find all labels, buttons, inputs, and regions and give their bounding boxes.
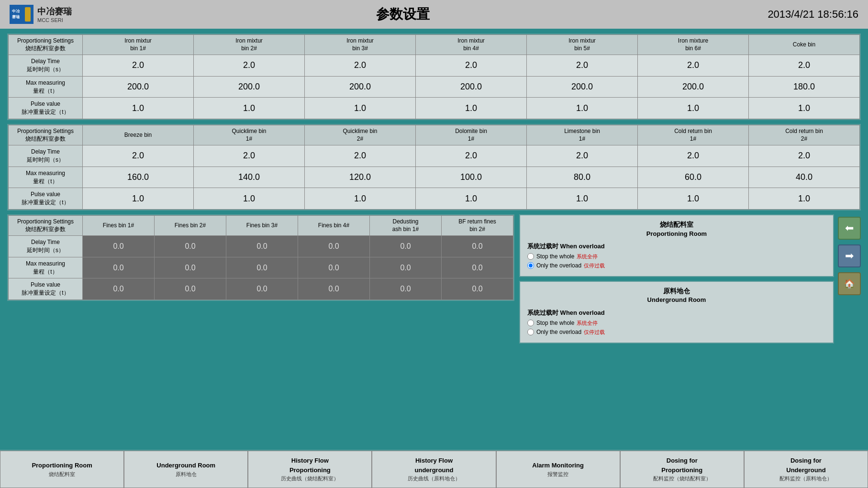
right-panels: 烧结配料室 Proportioning Room 系统过载时 When over… — [519, 214, 861, 344]
cell[interactable]: 0.0 — [298, 257, 370, 278]
cell[interactable]: 0.0 — [370, 236, 442, 257]
cell[interactable]: 0.0 — [83, 257, 155, 278]
table-row: Delay Time延时时间（s） 0.0 0.0 0.0 0.0 0.0 0.… — [9, 236, 513, 257]
cell[interactable]: 1.0 — [749, 188, 860, 210]
cell[interactable]: 0.0 — [226, 257, 298, 278]
cell[interactable]: 2.0 — [305, 145, 416, 167]
cell[interactable]: 1.0 — [638, 98, 749, 119]
cell[interactable]: 0.0 — [442, 236, 513, 257]
nav-history-proportioning[interactable]: History FlowProportioning 历史曲线（烧结配料室） — [248, 451, 372, 488]
only-overload-radio[interactable] — [527, 329, 534, 335]
cell[interactable]: 100.0 — [416, 166, 527, 188]
page-title: 参数设置 — [72, 5, 734, 23]
table2-col-0: Breeze bin — [83, 125, 194, 145]
cell[interactable]: 2.0 — [638, 55, 749, 77]
home-button[interactable]: 🏠 — [838, 272, 861, 295]
cell[interactable]: 1.0 — [416, 188, 527, 210]
nav-label-en: History Flowunderground — [415, 456, 454, 475]
nav-label-en: Dosing forUnderground — [786, 456, 825, 475]
cell[interactable]: 40.0 — [749, 166, 860, 188]
cell[interactable]: 1.0 — [527, 188, 638, 210]
table1-col-1: Iron mixturbin 2# — [194, 35, 305, 55]
cell[interactable]: 2.0 — [194, 55, 305, 77]
forward-button[interactable]: ➡ — [838, 244, 861, 267]
cell[interactable]: 2.0 — [749, 55, 860, 77]
cell[interactable]: 1.0 — [416, 98, 527, 119]
nav-label-cn: 烧结配料室 — [49, 470, 75, 478]
cell[interactable]: 1.0 — [194, 98, 305, 119]
only-overload-label-cn: 仅停过载 — [584, 329, 605, 336]
table1-col-0: Iron mixturbin 1# — [83, 35, 194, 55]
cell[interactable]: 1.0 — [83, 188, 194, 210]
cell[interactable]: 200.0 — [527, 76, 638, 98]
nav-history-underground[interactable]: History Flowunderground 历史曲线（原料地仓） — [372, 451, 496, 488]
cell[interactable]: 0.0 — [298, 236, 370, 257]
row-label: Pulse value脉冲重量设定（t） — [9, 278, 83, 300]
cell[interactable]: 0.0 — [298, 278, 370, 300]
cell[interactable]: 0.0 — [155, 278, 226, 300]
cell[interactable]: 180.0 — [749, 76, 860, 98]
nav-proportioning-room[interactable]: Proportioning Room 烧结配料室 — [0, 451, 124, 488]
cell[interactable]: 0.0 — [226, 236, 298, 257]
cell[interactable]: 0.0 — [83, 236, 155, 257]
cell[interactable]: 2.0 — [416, 145, 527, 167]
cell[interactable]: 0.0 — [226, 278, 298, 300]
nav-dosing-underground[interactable]: Dosing forUnderground 配料监控（原料地仓） — [744, 451, 868, 488]
table3-col-1: Fines bin 2# — [155, 215, 226, 235]
cell[interactable]: 2.0 — [527, 55, 638, 77]
cell[interactable]: 120.0 — [305, 166, 416, 188]
cell[interactable]: 0.0 — [155, 236, 226, 257]
cell[interactable]: 2.0 — [527, 145, 638, 167]
cell[interactable]: 2.0 — [83, 145, 194, 167]
cell[interactable]: 2.0 — [83, 55, 194, 77]
cell[interactable]: 200.0 — [194, 76, 305, 98]
table2-col-4: Limestone bin1# — [527, 125, 638, 145]
only-overload-radio[interactable] — [527, 262, 534, 269]
table2-header-label: Proportioning Settings烧结配料室参数 — [9, 125, 83, 145]
stop-whole-radio[interactable] — [527, 253, 534, 260]
cell[interactable]: 200.0 — [305, 76, 416, 98]
cell[interactable]: 1.0 — [527, 98, 638, 119]
logo-icon: 中冶 赛瑞 — [10, 5, 33, 24]
cell[interactable]: 2.0 — [749, 145, 860, 167]
cell[interactable]: 140.0 — [194, 166, 305, 188]
cell[interactable]: 1.0 — [83, 98, 194, 119]
table2-col-5: Cold return bin1# — [638, 125, 749, 145]
settings-panels: 烧结配料室 Proportioning Room 系统过载时 When over… — [519, 214, 834, 344]
cell[interactable]: 0.0 — [442, 278, 513, 300]
back-button[interactable]: ⬅ — [838, 217, 861, 240]
cell[interactable]: 1.0 — [305, 98, 416, 119]
cell[interactable]: 1.0 — [638, 188, 749, 210]
row-label: Max measuring量程（t） — [9, 257, 83, 278]
cell[interactable]: 2.0 — [638, 145, 749, 167]
cell[interactable]: 2.0 — [416, 55, 527, 77]
cell[interactable]: 80.0 — [527, 166, 638, 188]
nav-label-en: History FlowProportioning — [289, 456, 331, 475]
cell[interactable]: 1.0 — [194, 188, 305, 210]
cell[interactable]: 0.0 — [442, 257, 513, 278]
cell[interactable]: 200.0 — [83, 76, 194, 98]
panel-title-cn: 原料地仓 — [527, 287, 826, 296]
cell[interactable]: 60.0 — [638, 166, 749, 188]
panel-title-en: Underground Room — [527, 296, 826, 304]
nav-dosing-proportioning[interactable]: Dosing forProportioning 配料监控（烧结配料室） — [620, 451, 744, 488]
cell[interactable]: 200.0 — [638, 76, 749, 98]
stop-whole-label-en: Stop the whole — [536, 253, 574, 260]
cell[interactable]: 2.0 — [305, 55, 416, 77]
row-label: Delay Time延时时间（s） — [9, 236, 83, 257]
cell[interactable]: 0.0 — [370, 278, 442, 300]
stop-whole-radio[interactable] — [527, 320, 534, 326]
cell[interactable]: 0.0 — [155, 257, 226, 278]
nav-label-cn: 配料监控（烧结配料室） — [653, 475, 711, 483]
cell[interactable]: 0.0 — [83, 278, 155, 300]
logo-cn: 中冶赛瑞 — [37, 6, 72, 17]
cell[interactable]: 160.0 — [83, 166, 194, 188]
cell[interactable]: 200.0 — [416, 76, 527, 98]
cell[interactable]: 1.0 — [305, 188, 416, 210]
table2-col-2: Quicklime bin2# — [305, 125, 416, 145]
nav-alarm-monitoring[interactable]: Alarm Monitoring 报警监控 — [496, 451, 620, 488]
nav-underground-room[interactable]: Underground Room 原料地仓 — [124, 451, 248, 488]
cell[interactable]: 0.0 — [370, 257, 442, 278]
cell[interactable]: 2.0 — [194, 145, 305, 167]
cell[interactable]: 1.0 — [749, 98, 860, 119]
